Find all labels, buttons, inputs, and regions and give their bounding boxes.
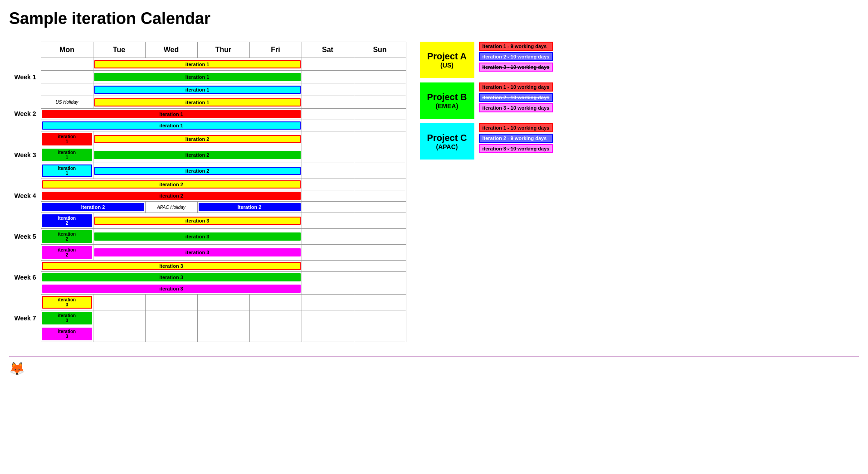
w5-iter2-mon-magenta: iteration2 xyxy=(42,246,92,259)
w4-iter2-red: iteration 2 xyxy=(42,192,301,200)
week4-row1: Week 4 iteration 2 xyxy=(9,179,406,190)
project-c-legend-3: iteration 3 - 10 working days xyxy=(479,144,553,153)
w7-wed-1 xyxy=(145,295,197,310)
w6-mon-fri-3: iteration 3 xyxy=(41,283,302,295)
w6-sat-1 xyxy=(302,261,354,272)
w3-sat-1 xyxy=(302,131,354,147)
day-header-mon: Mon xyxy=(41,42,93,58)
w7-tue-1 xyxy=(93,295,145,310)
w7-mon-2: iteration3 xyxy=(41,310,93,326)
w1-sat-1 xyxy=(302,58,354,71)
week7-row2: iteration3 xyxy=(9,310,406,326)
w7-thu-1 xyxy=(197,295,249,310)
week7-row3: iteration3 xyxy=(9,326,406,342)
calendar-wrapper: Mon Tue Wed Thur Fri Sat Sun Week 1 iter… xyxy=(9,42,406,342)
project-c-badge: Project C (APAC) xyxy=(420,123,474,160)
w4-thu-fri-3: iteration 2 xyxy=(197,202,302,213)
w6-sat-2 xyxy=(302,272,354,283)
right-panel: Project A (US) iteration 1 - 9 working d… xyxy=(420,42,553,160)
project-b-legend: iteration 1 - 10 working days iteration … xyxy=(479,82,553,112)
w4-sun-3 xyxy=(354,202,406,213)
w7-sat-3 xyxy=(302,326,354,342)
project-a-legend-3: iteration 3 - 10 working days xyxy=(479,63,553,72)
w1-sun-3 xyxy=(354,83,406,96)
day-header-tue: Tue xyxy=(93,42,145,58)
w3-sat-3 xyxy=(302,163,354,179)
week1-row2: iteration 1 xyxy=(9,71,406,83)
w7-fri-3 xyxy=(249,326,302,342)
week7-label: Week 7 xyxy=(9,295,41,342)
w3-tue-fri-3: iteration 2 xyxy=(93,163,302,179)
w3-iter1-mon-green: iteration1 xyxy=(42,149,92,161)
w5-mon-3: iteration2 xyxy=(41,245,93,261)
w7-wed-3 xyxy=(145,326,197,342)
w4-mon-fri-2: iteration 2 xyxy=(41,190,302,202)
week6-row1: Week 6 iteration 3 xyxy=(9,261,406,272)
project-a-badge: Project A (US) xyxy=(420,42,474,78)
week3-row2: iteration1 iteration 2 xyxy=(9,147,406,163)
w4-sat-3 xyxy=(302,202,354,213)
w1-tue-fri-2: iteration 1 xyxy=(93,71,302,83)
w5-sat-2 xyxy=(302,229,354,245)
w7-tue-3 xyxy=(93,326,145,342)
week5-row2: iteration2 iteration 3 xyxy=(9,229,406,245)
w3-iter2-cyan: iteration 2 xyxy=(94,167,301,175)
w1-mon-2 xyxy=(41,71,93,83)
w5-sun-2 xyxy=(354,229,406,245)
week5-row1: Week 5 iteration2 iteration 3 xyxy=(9,213,406,229)
w1-mon-1 xyxy=(41,58,93,71)
w2-tue-fri-1: iteration 1 xyxy=(93,96,302,109)
w6-sun-2 xyxy=(354,272,406,283)
project-b-legend-2: iteration 2 - 10 working days xyxy=(479,93,553,102)
w5-iter3-yellow: iteration 3 xyxy=(94,217,301,225)
w4-sat-2 xyxy=(302,190,354,202)
w5-tue-fri-3: iteration 3 xyxy=(93,245,302,261)
w7-fri-1 xyxy=(249,295,302,310)
calendar-table: Mon Tue Wed Thur Fri Sat Sun Week 1 iter… xyxy=(9,42,406,342)
w4-wed-holiday: APAC Holiday xyxy=(145,202,197,213)
w2-sun-3 xyxy=(354,120,406,131)
week5-label: Week 5 xyxy=(9,213,41,261)
w3-iter2-yellow: iteration 2 xyxy=(94,135,301,143)
w7-sun-1 xyxy=(354,295,406,310)
w5-iter3-magenta: iteration 3 xyxy=(94,248,301,256)
page-title: Sample iteration Calendar xyxy=(9,9,859,28)
w2-iter1-cyan: iteration 1 xyxy=(42,121,301,130)
w5-mon-1: iteration2 xyxy=(41,213,93,229)
week2-label: Week 2 xyxy=(9,96,41,131)
w4-sun-1 xyxy=(354,179,406,190)
w2-iter1-yellow: iteration 1 xyxy=(94,98,301,106)
w4-mon-fri-1: iteration 2 xyxy=(41,179,302,190)
project-b-legend-3: iteration 3 - 10 working days xyxy=(479,103,553,112)
w4-iter2-blue-2: iteration 2 xyxy=(199,203,301,211)
project-a-legend: iteration 1 - 9 working days iteration 2… xyxy=(479,42,553,72)
w3-sun-2 xyxy=(354,147,406,163)
w7-sun-2 xyxy=(354,310,406,326)
main-container: Mon Tue Wed Thur Fri Sat Sun Week 1 iter… xyxy=(9,42,859,342)
w5-sat-3 xyxy=(302,245,354,261)
w3-iter1-mon-cyan: iteration1 xyxy=(42,164,92,177)
w3-iter1-mon-red: iteration1 xyxy=(42,133,92,145)
week3-label: Week 3 xyxy=(9,131,41,179)
week4-row3: iteration 2 APAC Holiday iteration 2 xyxy=(9,202,406,213)
w6-sun-1 xyxy=(354,261,406,272)
footer: 🦊 xyxy=(9,356,859,376)
w2-iter1-red: iteration 1 xyxy=(42,110,301,118)
w5-iter3-green: iteration 3 xyxy=(94,232,301,241)
project-a-name: Project A xyxy=(427,51,467,62)
w7-tue-2 xyxy=(93,310,145,326)
w3-mon-1: iteration1 xyxy=(41,131,93,147)
week2-row1: Week 2 US Holiday iteration 1 xyxy=(9,96,406,109)
week5-row3: iteration2 iteration 3 xyxy=(9,245,406,261)
day-header-wed: Wed xyxy=(145,42,197,58)
week1-row1: Week 1 iteration 1 xyxy=(9,58,406,71)
w3-sun-1 xyxy=(354,131,406,147)
w7-thu-2 xyxy=(197,310,249,326)
w7-iter3-mon-green: iteration3 xyxy=(42,312,92,324)
w7-mon-1: iteration3 xyxy=(41,295,93,310)
week1-label: Week 1 xyxy=(9,58,41,96)
fox-icon: 🦊 xyxy=(9,362,25,376)
week3-row3: iteration1 iteration 2 xyxy=(9,163,406,179)
w6-mon-fri-2: iteration 3 xyxy=(41,272,302,283)
w7-fri-2 xyxy=(249,310,302,326)
